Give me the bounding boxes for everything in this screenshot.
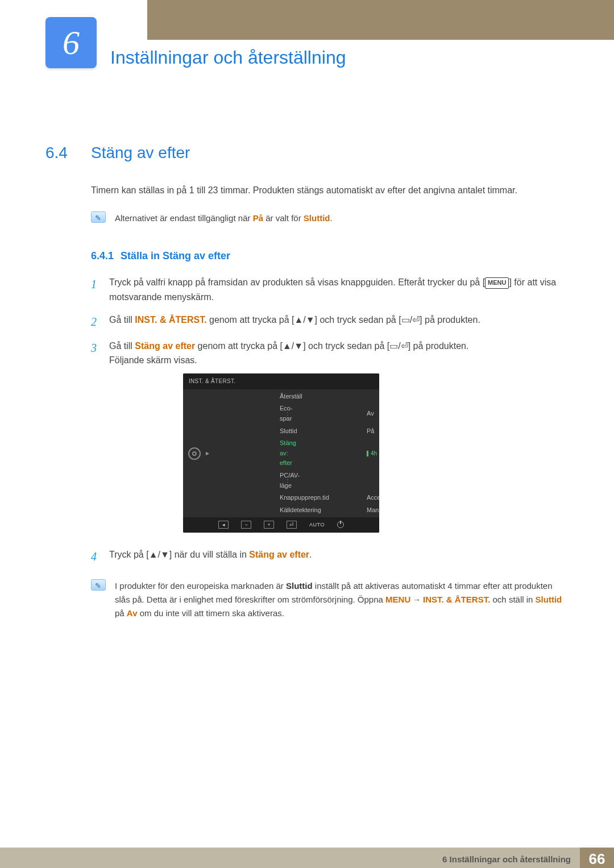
osd-footer: ◂ − + ⏎ AUTO [183,517,379,532]
updown-icon: ▲/▼ [149,550,169,559]
footer-page-number: 66 [580,848,614,868]
subsection-heading: 6.4.1 Ställa in Stäng av efter [91,248,569,264]
step-1: 1 Tryck på valfri knapp på framsidan av … [91,275,569,304]
osd-btn-back-icon: ◂ [218,521,229,529]
osd-slider: 4h [367,449,377,458]
osd-btn-auto: AUTO [309,521,325,529]
note-availability: Alternativet är endast tillgängligt när … [91,211,569,225]
step-list: 1 Tryck på valfri knapp på framsidan av … [91,275,569,565]
section-title: Stäng av efter [91,140,190,166]
note-text-a: Alternativet är endast tillgängligt när [115,213,253,223]
osd-row-2-label: Sluttid [280,426,287,437]
select-icon: ▭/⏎ [389,341,408,351]
note-icon [91,211,106,223]
note-text-b: är valt för [263,213,304,223]
section-intro: Timern kan ställas in på 1 till 23 timma… [91,183,569,198]
osd-title: INST. & ÅTERST. [183,373,379,389]
note-eu-market: I produkter för den europeiska marknaden… [91,579,569,620]
section-number: 6.4 [45,140,80,166]
chevron-right-icon: ▸ [206,448,280,459]
footer-text: 6 Inställningar och återställning [0,848,580,868]
updown-icon: ▲/▼ [294,315,314,325]
chapter-title: Inställningar och återställning [110,43,346,72]
osd-row-5-val: Acceleration [367,493,377,503]
osd-btn-minus-icon: − [241,521,251,529]
updown-icon: ▲/▼ [283,341,303,351]
osd-row-6-label: Källdetektering [280,505,287,516]
osd-row-6-val: Manuellt [367,505,377,516]
section-heading: 6.4 Stäng av efter [45,140,569,166]
step-2: 2 Gå till INST. & ÅTERST. genom att tryc… [91,313,569,331]
osd-row-3-label: Stäng av efter [280,438,287,468]
note-hi-1: På [253,213,263,223]
note-hi-2: Sluttid [304,213,330,223]
select-icon: ▭/⏎ [401,315,420,325]
arrow-right-icon: → [410,595,423,604]
osd-row-2-val: På [367,426,377,437]
gear-icon [183,447,206,460]
osd-btn-plus-icon: + [264,521,274,529]
subsection-title: Ställa in Stäng av efter [121,248,230,264]
osd-row-1-val: Av [367,409,377,419]
page-footer: 6 Inställningar och återställning 66 [0,848,614,868]
osd-row-4-label: PC/AV-läge [280,471,287,491]
page-header: 6 Inställningar och återställning [0,17,614,72]
monitor-screenshot: INST. & ÅTERST. Återställ ▸ Eco-spar:Av … [183,373,379,533]
step-4: 4 Tryck på [▲/▼] när du vill ställa in S… [91,547,569,566]
note-icon [91,579,106,591]
chapter-badge: 6 [45,17,97,68]
osd-row-1-label: Eco-spar [280,404,287,423]
osd-row-5-label: Knappupprepn.tid [280,493,287,503]
osd-btn-power-icon [337,521,344,528]
menu-badge-icon: MENU [485,277,509,289]
osd-row-0-label: Återställ [280,392,287,402]
note-text-c: . [330,213,333,223]
subsection-number: 6.4.1 [91,248,114,264]
osd-btn-enter-icon: ⏎ [287,521,297,529]
step-3: 3 Gå till Stäng av efter genom att tryck… [91,339,569,539]
